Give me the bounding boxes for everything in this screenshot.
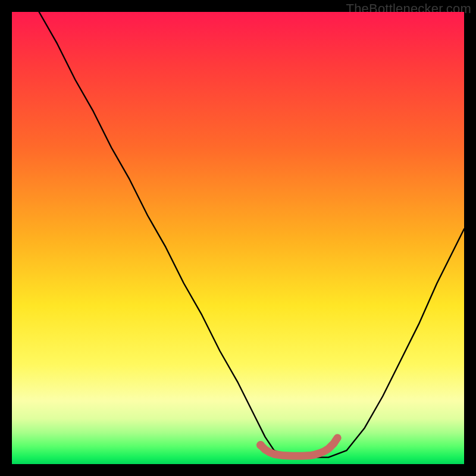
chart-svg [12,12,464,464]
chart-frame: TheBottlenecker.com [0,0,476,476]
plot-area [12,12,464,464]
bottleneck-curve [39,12,464,458]
optimal-marker [256,441,265,449]
